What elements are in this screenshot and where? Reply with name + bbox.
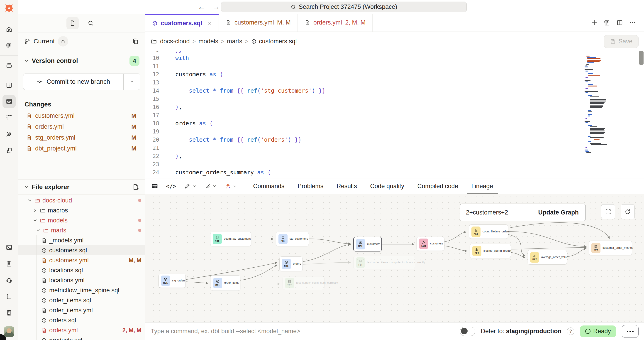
command-input[interactable] [151, 328, 453, 335]
tree-item--models-yml[interactable]: _models.yml [18, 235, 145, 245]
support-headset-icon[interactable] [2, 273, 16, 287]
tree-item-customers-sql[interactable]: customers.sql [18, 245, 145, 255]
new-tab-plus-icon[interactable] [591, 19, 598, 26]
copy-icon[interactable] [132, 38, 138, 45]
lineage-node-test-order-items-compute-to-bools-correctly[interactable]: TSTtest_order_items_compute_to_bools_cor… [353, 256, 415, 269]
overflow-menu-icon[interactable] [629, 19, 636, 26]
files-panel-icon[interactable] [66, 17, 79, 29]
tree-item-locations-yml[interactable]: locations.yml [18, 275, 145, 285]
lineage-node-stg-customers[interactable]: MDLstg_customers [276, 232, 309, 246]
organization-icon[interactable] [2, 306, 16, 319]
lineage-node-count-lifetime-orders[interactable]: METcount_lifetime_orders [469, 224, 508, 239]
changed-file-row[interactable]: stg_orders.ymlM [18, 132, 145, 143]
panel-tab-code-quality[interactable]: Code quality [370, 178, 404, 194]
breadcrumb-part[interactable]: models [198, 38, 218, 45]
lineage-node-test-supply-costs-sum-correctly[interactable]: TSTtest_supply_costs_sum_correctly [282, 276, 324, 290]
user-avatar[interactable] [4, 326, 14, 337]
preview-table-icon[interactable] [152, 183, 158, 190]
tree-item-models[interactable]: models [18, 215, 145, 225]
defer-environment[interactable]: staging/production [506, 328, 561, 334]
tree-item-products-sql[interactable]: products.sql [18, 335, 145, 340]
tree-item-marts[interactable]: marts [18, 225, 145, 235]
dbt-logo-icon[interactable] [4, 3, 14, 14]
panel-tab-commands[interactable]: Commands [253, 178, 284, 194]
dashboard-icon[interactable] [2, 79, 16, 92]
file-explorer-header[interactable]: File explorer [18, 180, 145, 194]
lineage-node-lifetime-spend-pretax[interactable]: METlifetime_spend_pretax [470, 244, 511, 258]
insights-icon[interactable] [2, 128, 16, 141]
code-line[interactable]: 13 [145, 79, 644, 87]
tree-item-order-items-sql[interactable]: order_items.sql [18, 295, 145, 305]
code-line[interactable]: 23 [145, 160, 644, 168]
commit-button[interactable]: Commit to new branch [23, 74, 140, 90]
forward-arrow-icon[interactable]: → [212, 3, 220, 11]
lineage-node-average-order-value[interactable]: METaverage_order_value [528, 250, 567, 265]
panel-tab-lineage[interactable]: Lineage [472, 178, 493, 194]
notebook-icon[interactable] [2, 39, 16, 52]
code-line[interactable]: 16), [145, 103, 644, 111]
tab-orders-yml[interactable]: orders.yml 2, M, M [298, 14, 372, 32]
close-icon[interactable] [207, 21, 212, 26]
lineage-node-customers[interactable]: MDLcustomers [353, 237, 382, 251]
code-line[interactable]: 20 select * from {{ ref('orders') }} [145, 136, 644, 144]
lineage-node-ecom-raw-customers[interactable]: SRCecom.raw_customers [210, 232, 251, 246]
tree-item-metricflow-time-spine-sql[interactable]: metricflow_time_spine.sql [18, 285, 145, 295]
project-search-bar[interactable]: Search Project 372475 (Workspace) [221, 2, 467, 12]
lineage-node-orders[interactable]: MDLorders [279, 256, 303, 271]
save-button[interactable]: Save [604, 35, 638, 48]
code-line[interactable]: 24customer_orders_summary as ( [145, 168, 644, 177]
code-line[interactable]: 21 [145, 144, 644, 152]
code-line[interactable]: 15 [145, 95, 644, 103]
changed-file-row[interactable]: customers.ymlM [18, 110, 145, 121]
breadcrumb-part[interactable]: marts [227, 38, 242, 45]
tree-item-order-items-yml[interactable]: order_items.yml [18, 305, 145, 315]
panel-tab-results[interactable]: Results [336, 178, 357, 194]
panel-tab-compiled-code[interactable]: Compiled code [417, 178, 458, 194]
code-line[interactable]: 12customers as ( [145, 70, 644, 79]
code-line[interactable]: 14 select * from {{ ref('stg_customers')… [145, 87, 644, 95]
tree-item-macros[interactable]: macros [18, 205, 145, 215]
new-file-icon[interactable] [132, 184, 139, 190]
commit-button-main[interactable]: Commit to new branch [23, 74, 123, 90]
search-panel-icon[interactable] [84, 17, 97, 29]
format-icon[interactable] [204, 183, 216, 190]
code-line[interactable]: 10with [145, 54, 644, 62]
ai-sparkle-icon[interactable] [224, 183, 237, 190]
fullscreen-icon[interactable] [601, 204, 615, 219]
changed-file-row[interactable]: orders.ymlM [18, 121, 145, 132]
minimap[interactable] [584, 56, 618, 154]
pen-icon[interactable] [184, 183, 196, 190]
code-line[interactable]: 19 [145, 128, 644, 136]
docs-book-icon[interactable] [2, 290, 16, 303]
more-options-button[interactable] [622, 325, 638, 338]
tree-item-docs-cloud[interactable]: docs-cloud [18, 195, 145, 205]
code-line[interactable]: 17 [145, 111, 644, 119]
lineage-node-customers[interactable]: SEMcustomers [416, 237, 444, 251]
home-icon[interactable] [2, 23, 16, 36]
visual-editor-icon[interactable] [2, 111, 16, 124]
lineage-node-order-items[interactable]: MDLorder_items [211, 275, 240, 291]
extensions-icon[interactable] [2, 144, 16, 157]
split-view-icon[interactable] [616, 19, 623, 26]
code-line[interactable]: 18orders as ( [145, 119, 644, 128]
help-icon[interactable]: ? [567, 327, 574, 335]
update-graph-button[interactable]: Update Graph [531, 204, 586, 221]
breadcrumb-part[interactable]: docs-cloud [160, 38, 190, 45]
code-line[interactable]: 9}} [145, 51, 644, 54]
tree-item-orders-yml[interactable]: orders.yml2, M, M [18, 325, 145, 335]
branch-row[interactable]: Current [18, 33, 145, 50]
tab-customers-sql[interactable]: customers.sql [145, 14, 219, 32]
commit-dropdown-caret[interactable] [123, 74, 140, 90]
ready-status-badge[interactable]: Ready [580, 325, 616, 337]
terminal-icon[interactable] [2, 241, 16, 254]
lineage-canvas[interactable]: SRCecom.raw_customersMDLstg_customersMDL… [145, 194, 644, 322]
tab-customers-yml[interactable]: customers.yml M, M [219, 14, 298, 32]
changed-file-row[interactable]: dbt_project.ymlM [18, 143, 145, 154]
tree-item-customers-yml[interactable]: customers.ymlM, M [18, 255, 145, 265]
tree-item-locations-sql[interactable]: locations.sql [18, 265, 145, 275]
code-line[interactable]: 22), [145, 152, 644, 160]
tree-item-orders-sql[interactable]: orders.sql [18, 315, 145, 325]
breadcrumb-file[interactable]: customers.sql [251, 38, 297, 45]
clipboard-icon[interactable] [2, 257, 16, 270]
code-icon[interactable]: </> [166, 183, 176, 190]
